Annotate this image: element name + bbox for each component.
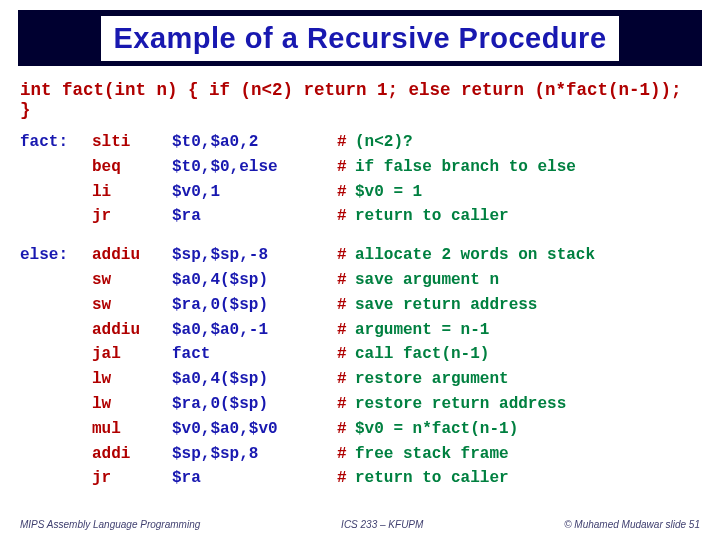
asm-label: else:: [20, 243, 92, 268]
hash-symbol: #: [337, 130, 355, 155]
asm-instr: jr: [92, 466, 172, 491]
asm-comment: call fact(n-1): [355, 342, 700, 367]
asm-row: sw$a0,4($sp)# save argument n: [20, 268, 700, 293]
asm-comment: save return address: [355, 293, 700, 318]
asm-instr: addi: [92, 442, 172, 467]
asm-instr: addiu: [92, 318, 172, 343]
asm-instr: jal: [92, 342, 172, 367]
asm-comment: if false branch to else: [355, 155, 700, 180]
block-spacer: [20, 229, 700, 243]
asm-operands: fact: [172, 342, 337, 367]
asm-row: jr$ra# return to caller: [20, 466, 700, 491]
footer-center: ICS 233 – KFUPM: [341, 519, 423, 530]
asm-comment: $v0 = 1: [355, 180, 700, 205]
hash-symbol: #: [337, 268, 355, 293]
hash-symbol: #: [337, 204, 355, 229]
hash-symbol: #: [337, 392, 355, 417]
asm-label: [20, 417, 92, 442]
asm-operands: $v0,$a0,$v0: [172, 417, 337, 442]
asm-comment: restore return address: [355, 392, 700, 417]
asm-operands: $ra,0($sp): [172, 392, 337, 417]
asm-label: [20, 318, 92, 343]
asm-label: [20, 268, 92, 293]
asm-instr: slti: [92, 130, 172, 155]
asm-operands: $ra: [172, 466, 337, 491]
asm-row: fact:slti$t0,$a0,2# (n<2)?: [20, 130, 700, 155]
asm-operands: $ra: [172, 204, 337, 229]
asm-comment: return to caller: [355, 466, 700, 491]
asm-comment: $v0 = n*fact(n-1): [355, 417, 700, 442]
assembly-listing: fact:slti$t0,$a0,2# (n<2)?beq$t0,$0,else…: [20, 130, 700, 491]
slide-title: Example of a Recursive Procedure: [101, 16, 618, 61]
hash-symbol: #: [337, 243, 355, 268]
asm-label: [20, 293, 92, 318]
asm-row: jalfact# call fact(n-1): [20, 342, 700, 367]
asm-row: lw$ra,0($sp)# restore return address: [20, 392, 700, 417]
asm-comment: (n<2)?: [355, 130, 700, 155]
asm-comment: allocate 2 words on stack: [355, 243, 700, 268]
hash-symbol: #: [337, 466, 355, 491]
asm-label: [20, 367, 92, 392]
asm-operands: $t0,$0,else: [172, 155, 337, 180]
asm-instr: mul: [92, 417, 172, 442]
asm-label: [20, 392, 92, 417]
hash-symbol: #: [337, 293, 355, 318]
asm-operands: $ra,0($sp): [172, 293, 337, 318]
asm-instr: lw: [92, 367, 172, 392]
asm-label: [20, 342, 92, 367]
asm-operands: $t0,$a0,2: [172, 130, 337, 155]
hash-symbol: #: [337, 180, 355, 205]
hash-symbol: #: [337, 442, 355, 467]
title-bar: Example of a Recursive Procedure: [18, 10, 702, 66]
asm-row: mul$v0,$a0,$v0# $v0 = n*fact(n-1): [20, 417, 700, 442]
asm-comment: return to caller: [355, 204, 700, 229]
hash-symbol: #: [337, 155, 355, 180]
slide-footer: MIPS Assembly Language Programming ICS 2…: [20, 519, 700, 530]
asm-label: [20, 466, 92, 491]
asm-label: [20, 155, 92, 180]
asm-row: lw$a0,4($sp)# restore argument: [20, 367, 700, 392]
asm-operands: $v0,1: [172, 180, 337, 205]
asm-instr: jr: [92, 204, 172, 229]
asm-instr: sw: [92, 268, 172, 293]
asm-row: else:addiu$sp,$sp,-8# allocate 2 words o…: [20, 243, 700, 268]
asm-comment: restore argument: [355, 367, 700, 392]
asm-label: [20, 442, 92, 467]
asm-row: jr$ra# return to caller: [20, 204, 700, 229]
asm-operands: $a0,4($sp): [172, 268, 337, 293]
c-code-line: int fact(int n) { if (n<2) return 1; els…: [20, 80, 700, 120]
asm-label: fact:: [20, 130, 92, 155]
asm-comment: save argument n: [355, 268, 700, 293]
asm-comment: free stack frame: [355, 442, 700, 467]
asm-operands: $sp,$sp,8: [172, 442, 337, 467]
asm-row: sw$ra,0($sp)# save return address: [20, 293, 700, 318]
asm-operands: $sp,$sp,-8: [172, 243, 337, 268]
asm-label: [20, 204, 92, 229]
asm-row: li$v0,1# $v0 = 1: [20, 180, 700, 205]
asm-row: beq$t0,$0,else# if false branch to else: [20, 155, 700, 180]
asm-instr: addiu: [92, 243, 172, 268]
hash-symbol: #: [337, 367, 355, 392]
hash-symbol: #: [337, 417, 355, 442]
asm-label: [20, 180, 92, 205]
asm-instr: sw: [92, 293, 172, 318]
asm-instr: li: [92, 180, 172, 205]
hash-symbol: #: [337, 342, 355, 367]
footer-left: MIPS Assembly Language Programming: [20, 519, 200, 530]
asm-operands: $a0,4($sp): [172, 367, 337, 392]
asm-row: addi$sp,$sp,8# free stack frame: [20, 442, 700, 467]
asm-operands: $a0,$a0,-1: [172, 318, 337, 343]
footer-right: © Muhamed Mudawar slide 51: [564, 519, 700, 530]
asm-comment: argument = n-1: [355, 318, 700, 343]
asm-instr: beq: [92, 155, 172, 180]
asm-row: addiu$a0,$a0,-1# argument = n-1: [20, 318, 700, 343]
asm-instr: lw: [92, 392, 172, 417]
hash-symbol: #: [337, 318, 355, 343]
